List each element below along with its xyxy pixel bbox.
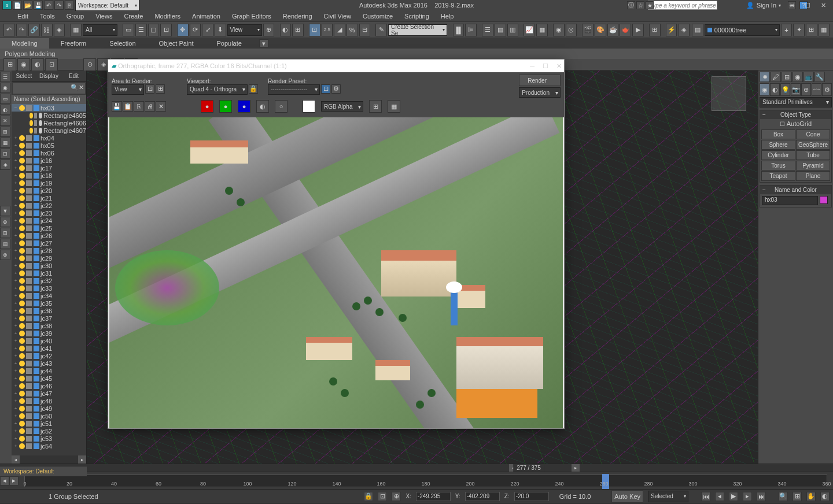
curve-btn[interactable]: 📈	[524, 24, 535, 36]
namedsel-dropdown[interactable]: Create Selection Se	[388, 24, 447, 36]
tree-item[interactable]: +jc20	[12, 187, 86, 194]
timeline-scroll[interactable]: ◂ 277 / 375 ▸	[0, 464, 833, 472]
area-dropdown[interactable]: View	[112, 84, 144, 95]
pb3[interactable]: ▶	[729, 492, 738, 501]
tree-item[interactable]: +jc28	[12, 247, 86, 254]
rp-geom[interactable]: ◉	[760, 83, 769, 96]
scroll-right[interactable]: ▸	[78, 455, 86, 464]
menu-views[interactable]: Views	[90, 13, 118, 20]
coord-y[interactable]	[465, 492, 500, 501]
vp-lock[interactable]: 🔒	[249, 84, 258, 94]
keymode-dropdown[interactable]: Selected	[648, 491, 688, 502]
viewport-dropdown[interactable]: Quad 4 - Orthogra	[187, 84, 248, 95]
primitive-dropdown[interactable]: Standard Primitives	[760, 97, 832, 108]
tab-freeform[interactable]: Freeform	[49, 38, 98, 49]
menu-animation[interactable]: Animation	[186, 13, 226, 20]
lt4[interactable]: ◐	[0, 105, 10, 115]
scroll-left[interactable]: ◂	[12, 455, 20, 464]
outliner-tab-edit[interactable]: Edit	[61, 71, 86, 81]
rw-t2[interactable]: ▦	[388, 100, 400, 113]
tree-item[interactable]: +jc40	[12, 337, 86, 344]
esel-btn[interactable]: ✎	[375, 24, 387, 36]
rw-swatch[interactable]	[303, 100, 315, 113]
rw-m[interactable]: ○	[275, 100, 288, 113]
lt7[interactable]: ▦	[0, 138, 10, 148]
rp-util[interactable]: 🔧	[814, 72, 825, 82]
rp-space[interactable]: 〰	[812, 83, 821, 96]
unlink-btn[interactable]: ⛓	[41, 24, 53, 36]
sc1-btn[interactable]: ⚡	[666, 24, 677, 36]
manip-btn[interactable]: ◐	[280, 24, 292, 36]
pb4[interactable]: ▸	[743, 492, 752, 501]
autogrid-check[interactable]: ☐ AutoGrid	[760, 119, 831, 128]
tree-item[interactable]: +jc39	[12, 329, 86, 337]
comm-icon[interactable]: ☆	[636, 1, 644, 9]
render-close[interactable]: ✕	[556, 62, 562, 70]
tree-item[interactable]: +jc41	[12, 344, 86, 352]
psnap-btn[interactable]: ◢	[334, 24, 345, 36]
nv1[interactable]: 🔍	[779, 492, 788, 501]
production-dropdown[interactable]: Production	[519, 87, 561, 98]
prim-plane[interactable]: Plane	[796, 171, 830, 181]
lt13[interactable]: ▤	[0, 239, 10, 249]
new-icon[interactable]: 📄	[13, 1, 22, 10]
rw-print[interactable]: 🖨	[145, 101, 155, 112]
menu-rendering[interactable]: Rendering	[277, 13, 318, 20]
tree-item[interactable]: +jc23	[12, 209, 86, 217]
tree-item[interactable]: +jc36	[12, 307, 86, 314]
lt2[interactable]: ◉	[0, 83, 10, 93]
redo-icon[interactable]: ↷	[54, 1, 64, 10]
area-b1[interactable]: ⊡	[145, 84, 154, 94]
tree-item[interactable]: +jc19	[12, 179, 86, 187]
pb1[interactable]: ⏮	[701, 492, 710, 501]
menu-create[interactable]: Create	[118, 13, 149, 20]
tree-item[interactable]: +jc43	[12, 360, 86, 367]
object-color-swatch[interactable]	[820, 196, 828, 204]
tab-selection[interactable]: Selection	[98, 38, 147, 49]
ribbon-min[interactable]: ▾	[259, 39, 268, 47]
eb3[interactable]: ◐	[31, 58, 44, 71]
coord-dropdown[interactable]: View	[227, 24, 262, 36]
minimize-icon[interactable]: ─	[790, 2, 794, 9]
spinner-btn[interactable]: ⊟	[359, 24, 371, 36]
rw-save[interactable]: 💾	[112, 101, 122, 112]
rp-hier[interactable]: ⊞	[782, 72, 792, 82]
coord-x[interactable]	[416, 492, 451, 501]
tree-item[interactable]: Rectangle4607	[12, 127, 86, 134]
preset-dropdown[interactable]: -------------------	[268, 84, 320, 95]
tab-modeling[interactable]: Modeling	[0, 38, 49, 49]
search-input[interactable]	[648, 1, 717, 10]
tree-item[interactable]: +jc33	[12, 284, 86, 292]
prim-tube[interactable]: Tube	[796, 150, 830, 160]
render-min[interactable]: ─	[530, 62, 535, 70]
tl-end[interactable]: ▸	[9, 476, 19, 486]
lt9[interactable]: ◈	[0, 160, 10, 170]
rotate-btn[interactable]: ⟳	[190, 24, 201, 36]
coord-z[interactable]	[514, 492, 549, 501]
mirror-btn[interactable]: ▐▌	[453, 24, 465, 36]
rp-create[interactable]: ✹	[760, 72, 770, 82]
rp-motion[interactable]: ◉	[793, 72, 803, 82]
sc2-btn[interactable]: ◈	[678, 24, 690, 36]
menu-scripting[interactable]: Scripting	[399, 13, 435, 20]
render4-btn[interactable]: 🫖	[620, 24, 631, 36]
tree-item[interactable]: +jc17	[12, 164, 86, 172]
menu-modifiers[interactable]: Modifiers	[149, 13, 186, 20]
tree-item[interactable]: +jc44	[12, 367, 86, 375]
save-icon[interactable]: 💾	[34, 1, 43, 10]
ssnap-btn[interactable]: %	[347, 24, 358, 36]
mat2-btn[interactable]: ◎	[566, 24, 577, 36]
tree-item[interactable]: +jc32	[12, 277, 86, 284]
outliner-tab-select[interactable]: Select	[12, 71, 36, 81]
render2-btn[interactable]: 🎨	[595, 24, 606, 36]
render-output[interactable]	[109, 117, 563, 428]
tree-item[interactable]: +jc16	[12, 157, 86, 164]
eb2[interactable]: ◉	[17, 58, 30, 71]
rw-g[interactable]: ●	[219, 100, 232, 113]
lt5[interactable]: ✕	[0, 116, 10, 126]
tree-item[interactable]: +jc48	[12, 397, 86, 405]
tree-item[interactable]: +jc42	[12, 352, 86, 360]
prim-teapot[interactable]: Teapot	[761, 171, 795, 181]
layer-toggle[interactable]: ▤	[692, 24, 703, 36]
menu-help[interactable]: Help	[435, 13, 460, 20]
